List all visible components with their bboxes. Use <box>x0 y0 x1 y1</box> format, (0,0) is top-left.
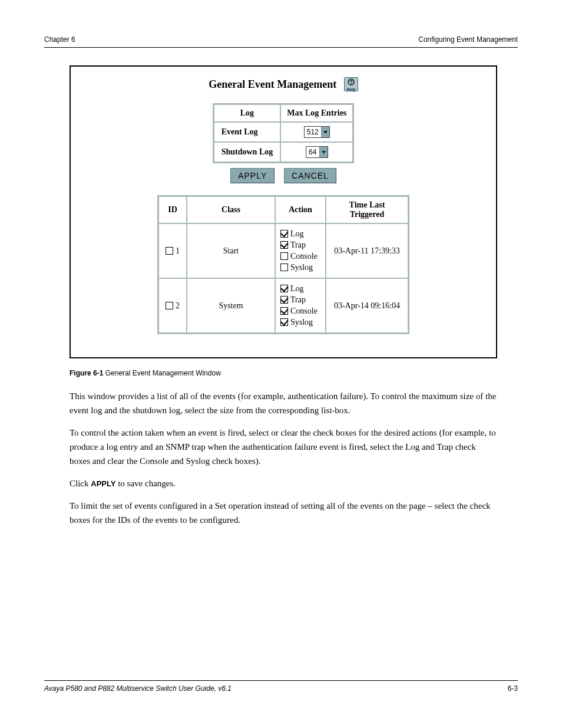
page-footer: Avaya P580 and P882 Multiservice Switch … <box>44 680 518 693</box>
figure-caption: Figure 6-1 General Event Management Wind… <box>70 369 497 377</box>
row-2-checkbox[interactable] <box>166 302 173 309</box>
col-time: Time Last Triggered <box>326 196 408 223</box>
row-1-checkbox[interactable] <box>166 247 173 255</box>
col-log: Log <box>214 104 281 122</box>
event-log-select[interactable]: 512 <box>304 126 330 138</box>
event-table: ID Class Action Time Last Triggered 1 St… <box>157 195 409 334</box>
row-1-console-checkbox[interactable] <box>280 252 288 260</box>
table-row: 2 System Log Trap Console Syslog 03-Apr-… <box>158 278 408 333</box>
row-event-log-label: Event Log <box>214 122 281 142</box>
row-1-trap-checkbox[interactable] <box>280 241 288 249</box>
row-2-trap-checkbox[interactable] <box>280 296 288 304</box>
log-settings-table: Log Max Log Entries Event Log 512 Shutdo… <box>213 103 355 163</box>
help-icon <box>347 78 355 87</box>
button-row: APPLY CANCEL <box>71 168 496 183</box>
shutdown-log-select[interactable]: 64 <box>306 146 328 158</box>
col-action: Action <box>275 196 326 223</box>
section-label: Configuring Event Management <box>418 35 518 44</box>
row-2-class: System <box>187 278 275 333</box>
general-event-management-panel: General Event Management Help Log Max Lo… <box>70 65 497 358</box>
page-header: Chapter 6 Configuring Event Management <box>44 35 518 48</box>
manual-title: Avaya P580 and P882 Multiservice Switch … <box>44 684 232 693</box>
col-class: Class <box>187 196 275 223</box>
help-button[interactable]: Help <box>344 77 358 91</box>
row-1-syslog-checkbox[interactable] <box>280 263 288 271</box>
panel-title-row: General Event Management Help <box>71 77 496 91</box>
help-label: Help <box>345 87 358 91</box>
col-max-entries: Max Log Entries <box>280 104 353 122</box>
row-2-id: 2 <box>176 301 180 310</box>
chevron-down-icon <box>321 127 329 137</box>
row-2-log-checkbox[interactable] <box>280 285 288 292</box>
event-log-value: 512 <box>305 127 321 137</box>
svg-marker-3 <box>322 151 326 154</box>
row-1-id: 1 <box>176 246 180 255</box>
row-1-time: 03-Apr-11 17:39:33 <box>326 223 408 278</box>
row-1-class: Start <box>187 223 275 278</box>
table-row: 1 Start Log Trap Console Syslog 03-Apr-1… <box>158 223 408 278</box>
panel-title: General Event Management <box>209 78 336 90</box>
col-id: ID <box>158 196 187 223</box>
row-2-console-checkbox[interactable] <box>280 307 288 315</box>
apply-button[interactable]: APPLY <box>230 168 275 183</box>
row-1-log-checkbox[interactable] <box>280 230 288 238</box>
svg-marker-2 <box>323 131 328 134</box>
row-2-time: 03-Apr-14 09:16:04 <box>326 278 408 333</box>
chapter-label: Chapter 6 <box>44 35 75 44</box>
row-shutdown-log-label: Shutdown Log <box>214 142 281 162</box>
page-number: 6-3 <box>508 684 518 693</box>
row-2-syslog-checkbox[interactable] <box>280 318 288 326</box>
shutdown-log-value: 64 <box>306 147 319 157</box>
chevron-down-icon <box>319 147 328 157</box>
description-text: This window provides a list of all of th… <box>70 389 497 527</box>
svg-point-1 <box>351 83 352 84</box>
cancel-button[interactable]: CANCEL <box>284 168 336 183</box>
